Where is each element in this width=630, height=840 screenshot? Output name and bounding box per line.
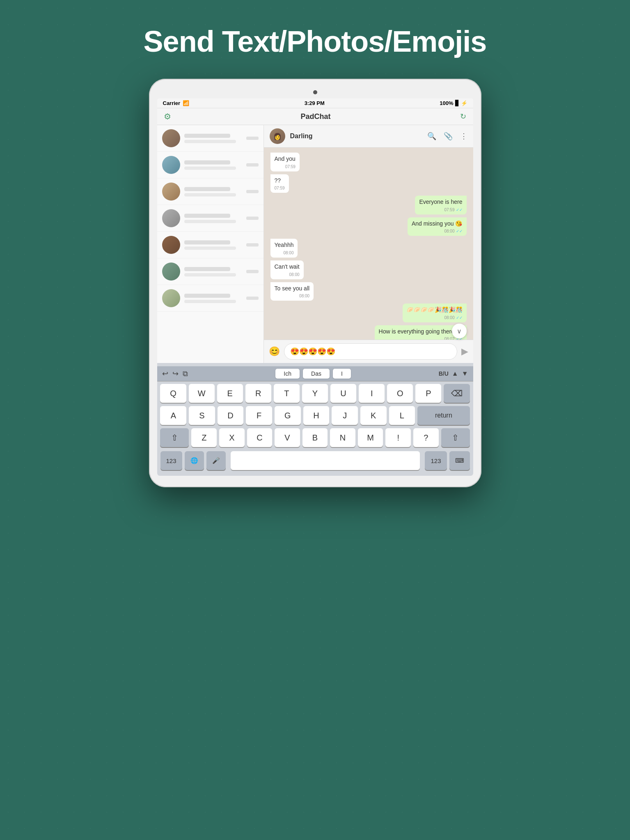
attachment-icon[interactable]: 📎 [444, 132, 453, 141]
message-bubble: And missing you 😘 08:00 ✓✓ [408, 217, 467, 236]
list-item[interactable] [157, 125, 263, 152]
status-left: Carrier 📶 [163, 100, 190, 106]
message-preview-blur [184, 140, 236, 143]
refresh-icon[interactable]: ↻ [460, 112, 466, 121]
send-button[interactable]: ▶ [461, 346, 468, 357]
microphone-key[interactable]: 🎤 [206, 451, 226, 470]
keyboard-row-2: A S D F G H J K L return [160, 406, 470, 425]
key-a[interactable]: A [160, 406, 186, 425]
key-y[interactable]: Y [302, 384, 328, 403]
key-k[interactable]: K [360, 406, 387, 425]
keyboard-row-1: Q W E R T Y U I O P ⌫ [160, 384, 470, 403]
message-bubble: 🥟🥟🥟🥟🎉🎊🎉🎊 08:00 ✓✓ [403, 304, 467, 322]
keyboard-bottom-row: 123 🌐 🎤 123 ⌨ [157, 450, 473, 474]
delete-key[interactable]: ⌫ [444, 384, 470, 403]
shift-left-key[interactable]: ⇧ [160, 428, 189, 447]
key-h[interactable]: H [303, 406, 330, 425]
list-item[interactable] [157, 152, 263, 178]
message-text: Can't wait [275, 263, 300, 271]
key-l[interactable]: L [389, 406, 415, 425]
key-z[interactable]: Z [191, 428, 217, 447]
key-t[interactable]: T [274, 384, 300, 403]
key-q[interactable]: Q [160, 384, 186, 403]
settings-icon[interactable]: ⚙ [164, 112, 171, 121]
message-bubble: Yeahhh 08:00 [270, 239, 298, 258]
list-item[interactable] [157, 258, 263, 285]
emoji-button[interactable]: 😊 [269, 346, 280, 357]
key-o[interactable]: O [387, 384, 413, 403]
suggestion-i[interactable]: I [333, 369, 351, 379]
carrier-label: Carrier [163, 100, 181, 106]
more-options-icon[interactable]: ⋮ [460, 132, 467, 141]
key-b[interactable]: B [302, 428, 328, 447]
key-g[interactable]: G [275, 406, 301, 425]
read-receipt: ✓✓ [456, 315, 463, 321]
message-input[interactable]: 😍😍😍😍😍 [284, 343, 457, 360]
key-p[interactable]: P [415, 384, 441, 403]
list-item[interactable] [157, 205, 263, 232]
list-item[interactable] [157, 285, 263, 312]
contact-avatar: 👩 [270, 128, 285, 144]
key-u[interactable]: U [330, 384, 356, 403]
arrow-up-button[interactable]: ▲ [452, 370, 458, 377]
microphone-icon: 🎤 [212, 457, 220, 464]
key-j[interactable]: J [332, 406, 358, 425]
key-exclamation[interactable]: ! [385, 428, 411, 447]
suggestion-ich[interactable]: Ich [275, 369, 300, 379]
bold-underline-button[interactable]: B/U [439, 370, 449, 377]
key-i[interactable]: I [359, 384, 385, 403]
message-row: Can't wait 08:00 [270, 260, 467, 279]
key-w[interactable]: W [189, 384, 215, 403]
message-row: To see you all 08:00 [270, 282, 467, 301]
read-receipt: ✓✓ [456, 228, 463, 234]
message-time: 08:00 [283, 250, 293, 256]
numbers-key-left[interactable]: 123 [160, 451, 182, 470]
key-d[interactable]: D [218, 406, 244, 425]
undo-icon[interactable]: ↩ [162, 369, 168, 378]
sidebar [157, 125, 264, 363]
messages-list: And you 07:59 ?? 07:59 [264, 148, 473, 340]
keyboard-hide-key[interactable]: ⌨ [449, 451, 470, 470]
key-s[interactable]: S [189, 406, 215, 425]
message-time-blur [246, 270, 259, 273]
message-row: 🥟🥟🥟🥟🎉🎊🎉🎊 08:00 ✓✓ [270, 304, 467, 322]
list-item[interactable] [157, 232, 263, 258]
key-r[interactable]: R [245, 384, 271, 403]
suggestion-das[interactable]: Das [303, 369, 330, 379]
status-time: 3:29 PM [305, 100, 325, 106]
key-v[interactable]: V [275, 428, 300, 447]
return-key[interactable]: return [417, 406, 470, 425]
message-row: Everyone is here 07:59 ✓✓ [270, 196, 467, 215]
clipboard-icon[interactable]: ⧉ [183, 370, 188, 378]
search-icon[interactable]: 🔍 [427, 132, 436, 141]
chat-header: 👩 Darling 🔍 📎 ⋮ [264, 125, 473, 148]
message-input-area: 😊 😍😍😍😍😍 ▶ [264, 340, 473, 363]
message-time: 08:00 [289, 272, 300, 278]
message-time: 07:59 [275, 185, 285, 191]
contact-name-blur [184, 160, 231, 164]
numbers-key-right[interactable]: 123 [425, 451, 447, 470]
app-title: PadChat [300, 112, 330, 121]
list-item[interactable] [157, 178, 263, 205]
globe-key[interactable]: 🌐 [185, 451, 204, 470]
chat-area: 👩 Darling 🔍 📎 ⋮ And you 07:59 [264, 125, 473, 363]
message-text: And missing you 😘 [412, 220, 463, 228]
shift-right-key[interactable]: ⇧ [441, 428, 470, 447]
key-question[interactable]: ? [413, 428, 439, 447]
space-key[interactable] [231, 451, 420, 470]
ipad-frame: Carrier 📶 3:29 PM 100% ▊ ⚡ ⚙ PadChat ↻ [149, 79, 481, 487]
contact-name-blur [184, 214, 231, 218]
key-x[interactable]: X [219, 428, 245, 447]
redo-icon[interactable]: ↪ [172, 369, 179, 378]
key-m[interactable]: M [358, 428, 383, 447]
key-e[interactable]: E [217, 384, 243, 403]
key-f[interactable]: F [246, 406, 272, 425]
message-text: How is everything going there ?? [379, 328, 463, 336]
keyboard-toolbar: ↩ ↪ ⧉ Ich Das I B/U ▲ ▼ [157, 366, 473, 381]
message-text: 🥟🥟🥟🥟🎉🎊🎉🎊 [407, 306, 463, 314]
arrow-down-button[interactable]: ▼ [462, 370, 468, 377]
key-c[interactable]: C [247, 428, 273, 447]
message-time: 08:00 [444, 315, 454, 321]
key-n[interactable]: N [330, 428, 355, 447]
scroll-down-button[interactable]: ∨ [452, 324, 467, 338]
